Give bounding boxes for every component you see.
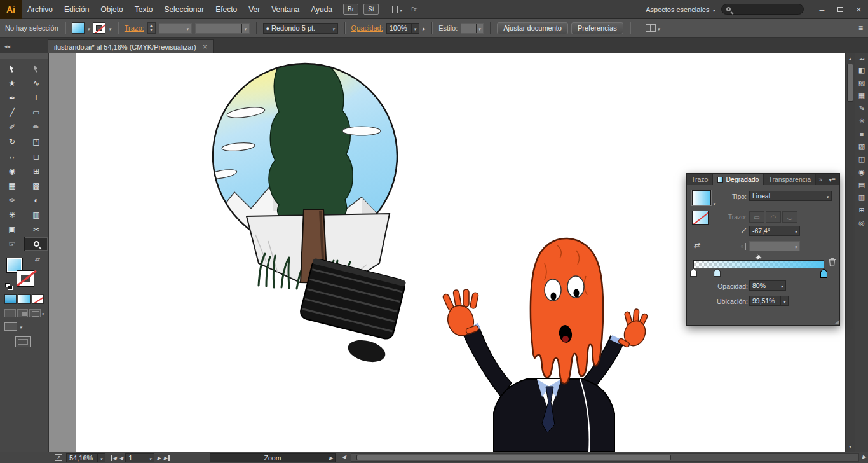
horizontal-scroll-thumb[interactable]	[356, 455, 671, 460]
menu-item-archivo[interactable]: Archivo	[22, 0, 58, 19]
first-artboard-icon[interactable]	[111, 455, 116, 461]
stroke-weight-field[interactable]	[159, 23, 192, 34]
hscroll-left-arrow[interactable]	[342, 454, 346, 460]
width-profile-select[interactable]	[195, 23, 250, 34]
menu-item-objeto[interactable]: Objeto	[95, 0, 128, 19]
paintbrush-tool[interactable]: ✐	[0, 120, 24, 134]
panel-resize-grip[interactable]	[834, 319, 839, 325]
draw-behind-mode-icon[interactable]	[17, 309, 29, 317]
gradient-thumbnail[interactable]	[692, 190, 711, 205]
gradient-stop-2[interactable]	[820, 268, 827, 278]
column-graph-tool[interactable]: ▥	[24, 207, 48, 222]
screen-mode-control[interactable]	[4, 322, 44, 331]
fill-color-swatch[interactable]	[72, 22, 85, 34]
chevron-down-icon[interactable]	[88, 24, 90, 32]
panel-menu-icon[interactable]	[825, 174, 839, 185]
gradient-stop-0[interactable]	[690, 268, 697, 277]
free-transform-tool[interactable]: ◻	[24, 149, 48, 163]
stroke-color-swatch[interactable]	[93, 22, 105, 34]
color-button[interactable]	[4, 294, 17, 304]
opacity-popup-icon[interactable]	[423, 24, 426, 32]
lasso-tool[interactable]: ∿	[24, 76, 48, 90]
stop-opacity-field[interactable]: 80%	[749, 280, 786, 291]
transparency-panel-icon[interactable]: ◫	[856, 153, 868, 165]
gradient-within-stroke-button[interactable]	[749, 211, 764, 223]
change-screen-mode-icon[interactable]	[15, 336, 31, 347]
preferences-button[interactable]: Preferencias	[571, 22, 623, 34]
brushes-panel-icon[interactable]: ✎	[856, 102, 868, 114]
rotate-tool[interactable]: ↻	[0, 134, 24, 149]
stroke-weight-stepper[interactable]: ▲▼	[147, 22, 156, 34]
workspace-switcher[interactable]: Aspectos esenciales	[639, 6, 721, 13]
menu-item-seleccionar[interactable]: Seleccionar	[158, 0, 210, 19]
stock-button[interactable]: St	[363, 4, 379, 15]
restore-button[interactable]	[831, 0, 850, 19]
scroll-up-arrow[interactable]	[846, 54, 855, 62]
slice-tool[interactable]: ✂	[24, 222, 48, 237]
last-artboard-icon[interactable]	[163, 455, 169, 461]
fit-document-button[interactable]: Ajustar documento	[497, 22, 568, 34]
graphic-style-select[interactable]	[461, 23, 484, 34]
stroke-indicator[interactable]	[17, 271, 34, 286]
gradient-across-stroke-button[interactable]	[782, 211, 797, 223]
eyedropper-tool[interactable]: ✑	[0, 193, 24, 207]
line-segment-tool[interactable]: ╱	[0, 105, 24, 120]
opacity-label[interactable]: Opacidad:	[351, 24, 383, 32]
gradient-tool[interactable]: ▩	[24, 178, 48, 193]
control-panel-menu-icon[interactable]	[858, 24, 863, 32]
chevron-down-icon[interactable]	[713, 199, 715, 207]
close-button[interactable]	[850, 0, 868, 19]
menu-item-texto[interactable]: Texto	[129, 0, 159, 19]
stroke-gradient-swatch[interactable]	[692, 211, 709, 225]
stop-location-field[interactable]: 99,51%	[749, 296, 789, 306]
width-tool[interactable]: ↔	[0, 149, 24, 163]
collapse-panel-icon[interactable]	[817, 174, 825, 185]
gradient-bar[interactable]	[693, 260, 824, 268]
rectangle-tool[interactable]: ▭	[24, 105, 48, 120]
gradient-panel-icon[interactable]: ▨	[856, 141, 868, 153]
mesh-tool[interactable]: ▦	[0, 178, 24, 193]
isolate-selection-icon[interactable]	[646, 24, 660, 32]
type-tool[interactable]: T	[24, 90, 48, 105]
scale-tool[interactable]: ◰	[24, 134, 48, 149]
collapse-panels-icon[interactable]	[0, 39, 48, 53]
color-panel-icon[interactable]: ◧	[856, 64, 868, 76]
gradient-button[interactable]	[18, 294, 30, 304]
color-guide-panel-icon[interactable]: ▧	[856, 77, 868, 89]
pencil-tool[interactable]: ✏	[24, 120, 48, 134]
hscroll-right-arrow[interactable]	[862, 454, 866, 460]
artboard-number-field[interactable]: 1	[125, 453, 154, 462]
menu-item-ayuda[interactable]: Ayuda	[305, 0, 338, 19]
symbol-sprayer-tool[interactable]: ✳	[0, 207, 24, 222]
tools-panel-header[interactable]	[0, 53, 48, 59]
menu-item-efecto[interactable]: Efecto	[210, 0, 243, 19]
previous-artboard-icon[interactable]	[119, 455, 123, 461]
touch-workspace-icon[interactable]	[411, 4, 419, 14]
minimize-button[interactable]	[813, 0, 831, 19]
gradient-type-select[interactable]: Lineal	[749, 191, 832, 201]
magic-wand-tool[interactable]: ★	[0, 76, 24, 90]
shape-builder-tool[interactable]: ◉	[0, 163, 24, 178]
swatches-panel-icon[interactable]: ▦	[856, 90, 868, 102]
scroll-down-arrow[interactable]	[846, 443, 855, 451]
tab-transparencia[interactable]: Transparencia	[764, 174, 816, 185]
gradient-midpoint-marker[interactable]	[756, 254, 762, 261]
delete-stop-icon[interactable]	[828, 258, 836, 268]
draw-inside-mode-icon[interactable]	[29, 309, 41, 317]
symbols-panel-icon[interactable]: ✳	[856, 115, 868, 127]
aspect-ratio-field[interactable]	[749, 241, 800, 251]
graphic-styles-panel-icon[interactable]: ▤	[856, 179, 868, 191]
blend-tool[interactable]: ◐	[24, 193, 48, 207]
menu-item-ventana[interactable]: Ventana	[266, 0, 305, 19]
zoom-level-select[interactable]: 54,16%	[66, 453, 105, 462]
direct-selection-tool[interactable]	[24, 61, 48, 76]
vertical-scrollbar[interactable]	[845, 53, 855, 452]
appearance-panel-icon[interactable]: ◉	[856, 166, 868, 178]
horizontal-scrollbar[interactable]	[351, 453, 859, 462]
close-icon[interactable]	[203, 43, 207, 52]
perspective-grid-tool[interactable]: ⊞	[24, 163, 48, 178]
reverse-gradient-icon[interactable]	[693, 241, 700, 250]
stroke-weight-label[interactable]: Trazo:	[125, 24, 144, 32]
selection-tool[interactable]	[0, 61, 24, 76]
stroke-panel-icon[interactable]: ≡	[856, 128, 868, 140]
